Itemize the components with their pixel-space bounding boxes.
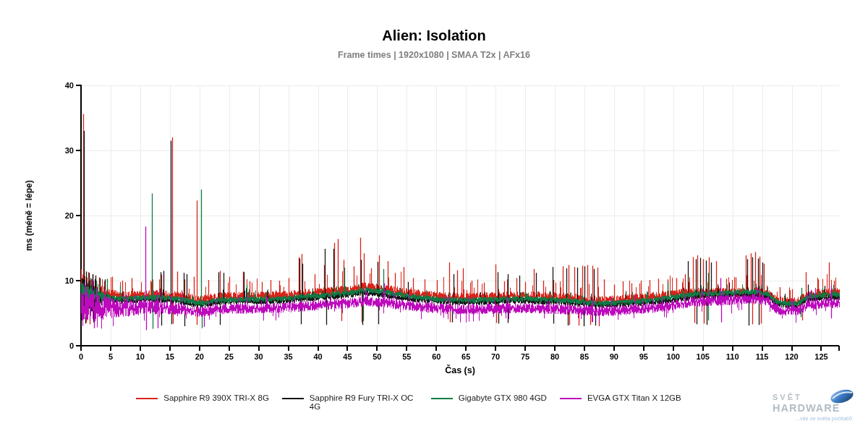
page-subtitle: Frame times | 1920x1080 | SMAA T2x | AFx… [0,50,868,60]
x-tick-label: 30 [255,352,263,361]
x-tick-label: 80 [550,352,559,361]
y-tick-label: 0 [69,341,74,350]
x-tick-label: 20 [195,352,204,361]
x-tick-label: 15 [166,352,174,361]
x-tick-label: 25 [225,352,234,361]
x-tick-label: 75 [521,352,529,361]
legend-item-label: Sapphire R9 390X TRI-X 8G [163,393,269,402]
x-tick-label: 125 [814,352,827,361]
legend-item: EVGA GTX Titan X 12GB [560,393,681,402]
legend-item: Sapphire R9 Fury TRI-X OC 4G [282,393,418,411]
page-title: Alien: Isolation [0,27,868,44]
svethardware-logo: SVĚT HARDWARE ...vše ze světa počítačů [773,393,852,421]
x-tick-label: 10 [136,352,145,361]
legend-item: Sapphire R9 390X TRI-X 8G [136,393,269,402]
x-tick-label: 40 [313,352,322,361]
legend: Sapphire R9 390X TRI-X 8G Sapphire R9 Fu… [0,393,817,411]
legend-item-label: Gigabyte GTX 980 4GD [459,393,547,402]
y-tick-label: 10 [65,276,74,285]
legend-swatch [282,398,304,399]
x-tick-label: 95 [639,352,648,361]
x-tick-label: 120 [785,352,798,361]
x-tick-label: 70 [491,352,500,361]
x-tick-label: 5 [109,352,113,361]
logo-tagline: ...vše ze světa počítačů [773,416,852,422]
legend-item-label: Sapphire R9 Fury TRI-X OC 4G [310,393,418,411]
x-tick-label: 45 [343,352,352,361]
x-tick-label: 105 [697,352,710,361]
x-tick-label: 0 [79,352,83,361]
y-tick-label: 30 [65,146,74,155]
y-axis-label: ms (méně = lépe) [24,180,34,251]
x-tick-label: 100 [667,352,680,361]
chart-page: Alien: Isolation Frame times | 1920x1080… [0,0,868,434]
y-tick-label: 20 [65,211,74,220]
x-axis-label: Čas (s) [81,365,839,375]
x-tick-label: 115 [756,352,769,361]
x-tick-label: 110 [726,352,739,361]
x-tick-label: 90 [610,352,618,361]
x-tick-label: 65 [461,352,470,361]
x-tick-label: 85 [580,352,589,361]
x-tick-label: 60 [432,352,441,361]
legend-swatch [560,398,582,399]
y-tick-label: 40 [65,81,74,90]
x-tick-label: 55 [402,352,411,361]
legend-swatch [431,398,453,399]
x-tick-label: 35 [284,352,292,361]
logo-mouse-icon [829,388,855,407]
legend-item: Gigabyte GTX 980 4GD [431,393,547,402]
legend-item-label: EVGA GTX Titan X 12GB [587,393,681,402]
legend-swatch [136,398,158,399]
x-tick-label: 50 [373,352,381,361]
